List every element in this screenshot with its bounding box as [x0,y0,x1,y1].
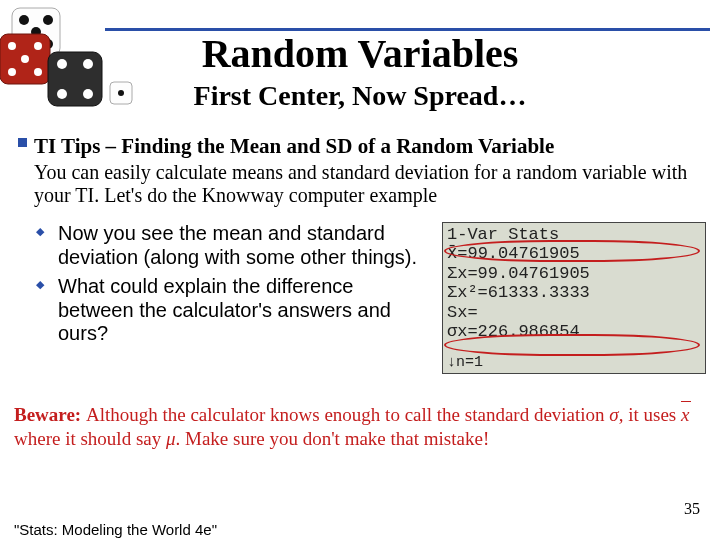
list-item: What could explain the difference betwee… [36,275,432,346]
slide-title: Random Variables [0,30,720,77]
beware-text: Although the calculator knows enough to … [86,404,609,425]
beware-text: , it uses [619,404,681,425]
beware-text: . Make sure you don't make that mistake! [176,428,490,449]
calculator-screenshot: 1-Var Stats x̄=99.04761905 Σx=99.0476190… [442,222,706,374]
section-heading: TI Tips – Finding the Mean and SD of a R… [34,134,696,159]
calc-line: Σx²=61333.3333 [447,283,701,302]
svg-point-1 [19,15,29,25]
section-body: You can easily calculate means and stand… [34,161,696,207]
highlight-oval [444,240,700,262]
highlight-oval [444,334,700,356]
sigma-symbol: σ [609,404,618,425]
calc-line: Sx= [447,303,701,322]
footer-citation: "Stats: Modeling the World 4e" [14,521,217,538]
section-bullet-icon [18,138,27,147]
beware-label: Beware: [14,404,86,425]
mu-symbol: μ [166,428,176,449]
calc-line: ↓n=1 [447,354,483,371]
slide-subtitle: First Center, Now Spread… [0,80,720,112]
calc-line: Σx=99.04761905 [447,264,701,283]
beware-text: where it should say [14,428,166,449]
page-number: 35 [684,500,700,518]
bullet-column: Now you see the mean and standard deviat… [18,222,432,374]
beware-note: Beware: Although the calculator knows en… [14,403,706,451]
section-block: TI Tips – Finding the Mean and SD of a R… [34,134,696,207]
list-item: Now you see the mean and standard deviat… [36,222,432,269]
xbar-symbol: x [681,404,689,425]
svg-point-2 [43,15,53,25]
